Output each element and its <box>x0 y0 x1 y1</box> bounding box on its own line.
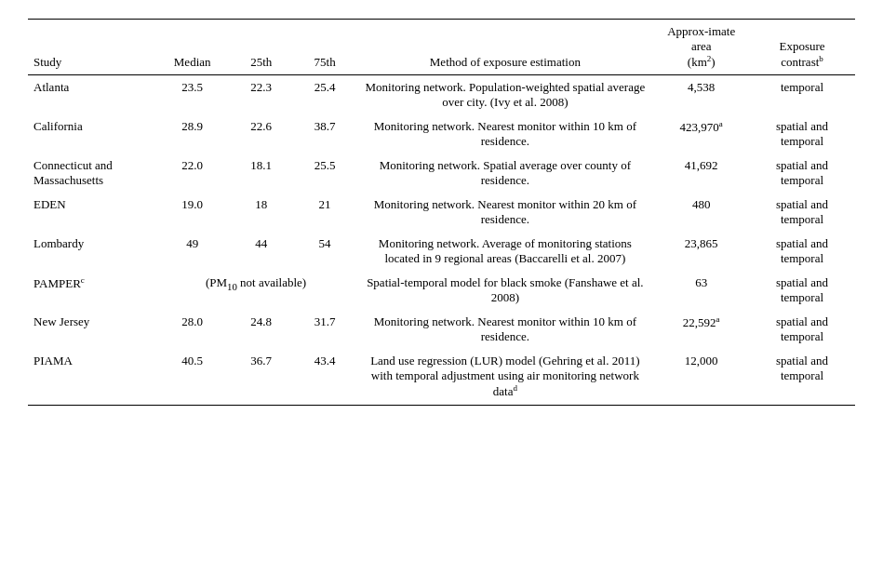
p75-value: 25.5 <box>293 154 356 193</box>
median-value: 49 <box>155 232 230 271</box>
col-header-exposure: Exposure contrastb <box>749 20 855 75</box>
table-row: Connecticut and Massachusetts 22.0 18.1 … <box>28 154 855 193</box>
p75-value: 43.4 <box>293 349 356 405</box>
method-value: Monitoring network. Nearest monitor with… <box>356 193 653 232</box>
col-header-area: Approx-imate area (km2) <box>653 20 749 75</box>
p25-value: 22.3 <box>230 75 293 115</box>
method-value: Monitoring network. Spatial average over… <box>356 154 653 193</box>
method-value: Land use regression (LUR) model (Gehring… <box>356 349 653 405</box>
table-row: Lombardy 49 44 54 Monitoring network. Av… <box>28 232 855 271</box>
study-name: PAMPERc <box>28 271 155 310</box>
table-row: EDEN 19.0 18 21 Monitoring network. Near… <box>28 193 855 232</box>
exposure-value: spatial and temporal <box>749 193 855 232</box>
p75-value: 31.7 <box>293 310 356 349</box>
col-header-median: Median <box>155 20 230 75</box>
p25-value: 44 <box>230 232 293 271</box>
study-name: EDEN <box>28 193 155 232</box>
median-value: 19.0 <box>155 193 230 232</box>
table-row: PAMPERc (PM10 not available) Spatial-tem… <box>28 271 855 310</box>
table-row: PIAMA 40.5 36.7 43.4 Land use regression… <box>28 349 855 405</box>
area-value: 22,592a <box>653 310 749 349</box>
area-value: 12,000 <box>653 349 749 405</box>
exposure-value: spatial and temporal <box>749 271 855 310</box>
median-value: 22.0 <box>155 154 230 193</box>
study-name: PIAMA <box>28 349 155 405</box>
p75-value: 21 <box>293 193 356 232</box>
median-value: 28.9 <box>155 114 230 154</box>
exposure-value: spatial and temporal <box>749 114 855 154</box>
col-header-75th: 75th <box>293 20 356 75</box>
exposure-value: spatial and temporal <box>749 232 855 271</box>
median-value: 28.0 <box>155 310 230 349</box>
table-row: New Jersey 28.0 24.8 31.7 Monitoring net… <box>28 310 855 349</box>
method-value: Monitoring network. Nearest monitor with… <box>356 310 653 349</box>
col-header-25th: 25th <box>230 20 293 75</box>
method-value: Monitoring network. Nearest monitor with… <box>356 114 653 154</box>
area-value: 63 <box>653 271 749 310</box>
method-value: Monitoring network. Average of monitorin… <box>356 232 653 271</box>
area-value: 423,970a <box>653 114 749 154</box>
p25-value: 18 <box>230 193 293 232</box>
table-header: Study Median 25th 75th Method of exposur… <box>28 20 855 75</box>
col-header-method: Method of exposure estimation <box>356 20 653 75</box>
exposure-value: temporal <box>749 75 855 115</box>
pm-note: (PM10 not available) <box>155 271 357 310</box>
study-name: California <box>28 114 155 154</box>
study-name: Atlanta <box>28 75 155 115</box>
area-value: 23,865 <box>653 232 749 271</box>
p25-value: 24.8 <box>230 310 293 349</box>
exposure-value: spatial and temporal <box>749 349 855 405</box>
p25-value: 18.1 <box>230 154 293 193</box>
study-name: Lombardy <box>28 232 155 271</box>
p75-value: 25.4 <box>293 75 356 115</box>
study-name: Connecticut and Massachusetts <box>28 154 155 193</box>
method-value: Spatial-temporal model for black smoke (… <box>356 271 653 310</box>
median-value: 40.5 <box>155 349 230 405</box>
p25-value: 22.6 <box>230 114 293 154</box>
col-header-study: Study <box>28 20 155 75</box>
median-value: 23.5 <box>155 75 230 115</box>
exposure-value: spatial and temporal <box>749 154 855 193</box>
study-name: New Jersey <box>28 310 155 349</box>
p75-value: 38.7 <box>293 114 356 154</box>
table-row: California 28.9 22.6 38.7 Monitoring net… <box>28 114 855 154</box>
p75-value: 54 <box>293 232 356 271</box>
method-value: Monitoring network. Population-weighted … <box>356 75 653 115</box>
table-row: Atlanta 23.5 22.3 25.4 Monitoring networ… <box>28 75 855 115</box>
area-value: 480 <box>653 193 749 232</box>
exposure-value: spatial and temporal <box>749 310 855 349</box>
p25-value: 36.7 <box>230 349 293 405</box>
area-value: 4,538 <box>653 75 749 115</box>
area-value: 41,692 <box>653 154 749 193</box>
